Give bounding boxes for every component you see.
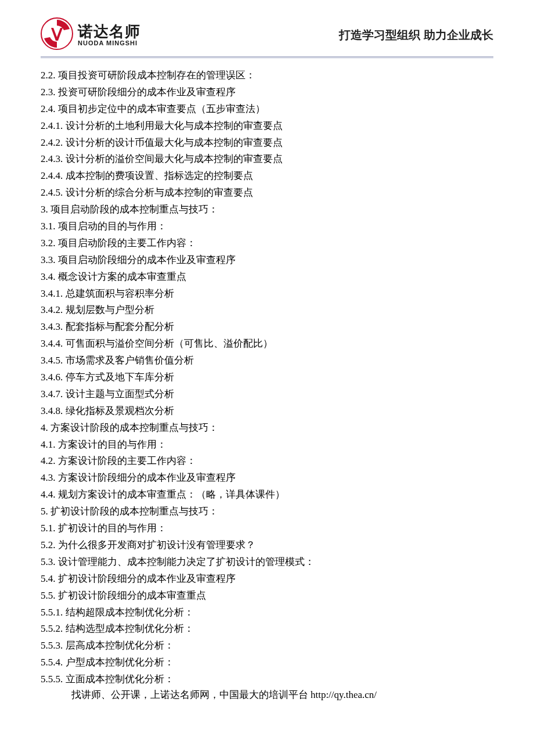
outline-line: 3. 项目启动阶段的成本控制重点与技巧：	[41, 201, 493, 218]
outline-line: 3.4.2. 规划层数与户型分析	[41, 302, 493, 319]
logo-icon	[41, 17, 73, 52]
logo-name-cn: 诺达名师	[78, 24, 140, 39]
outline-line: 5.5.4. 户型成本控制优化分析：	[41, 654, 493, 671]
outline-line: 5.3. 设计管理能力、成本控制能力决定了扩初设计的管理模式：	[41, 554, 493, 571]
outline-line: 2.4. 项目初步定位中的成本审查要点（五步审查法）	[41, 101, 493, 118]
outline-line: 5.4. 扩初设计阶段细分的成本作业及审查程序	[41, 571, 493, 588]
outline-line: 2.4.4. 成本控制的费项设置、指标选定的控制要点	[41, 168, 493, 185]
outline-line: 5. 扩初设计阶段的成本控制重点与技巧：	[41, 503, 493, 520]
outline-line: 2.4.1. 设计分析的土地利用最大化与成本控制的审查要点	[41, 118, 493, 135]
outline-line: 4.4. 规划方案设计的成本审查重点：（略，详具体课件）	[41, 487, 493, 503]
outline-line: 4.3. 方案设计阶段细分的成本作业及审查程序	[41, 470, 493, 487]
outline-line: 3.4.5. 市场需求及客户销售价值分析	[41, 352, 493, 369]
outline-line: 5.5.2. 结构选型成本控制优化分析：	[41, 621, 493, 638]
outline-line: 4.2. 方案设计阶段的主要工作内容：	[41, 453, 493, 470]
outline-line: 5.1. 扩初设计的目的与作用：	[41, 520, 493, 537]
outline-line: 3.4. 概念设计方案的成本审查重点	[41, 269, 493, 286]
header-slogan: 打造学习型组织 助力企业成长	[339, 27, 493, 43]
page-header: 诺达名师 NUODA MINGSHI 打造学习型组织 助力企业成长	[41, 17, 493, 52]
outline-line: 2.3. 投资可研阶段细分的成本作业及审查程序	[41, 84, 493, 101]
outline-line: 3.2. 项目启动阶段的主要工作内容：	[41, 235, 493, 252]
outline-line: 4. 方案设计阶段的成本控制重点与技巧：	[41, 420, 493, 437]
outline-line: 3.1. 项目启动的目的与作用：	[41, 218, 493, 235]
outline-line: 2.4.2. 设计分析的设计币值最大化与成本控制的审查要点	[41, 135, 493, 152]
document-page: 诺达名师 NUODA MINGSHI 打造学习型组织 助力企业成长 2.2. 项…	[0, 0, 534, 713]
outline-line: 3.4.4. 可售面积与溢价空间分析（可售比、溢价配比）	[41, 336, 493, 352]
outline-line: 3.4.8. 绿化指标及景观档次分析	[41, 403, 493, 420]
outline-line: 2.4.5. 设计分析的综合分析与成本控制的审查要点	[41, 185, 493, 201]
outline-line: 4.1. 方案设计的目的与作用：	[41, 437, 493, 453]
outline-line: 5.5.3. 层高成本控制优化分析：	[41, 638, 493, 654]
outline-line: 3.4.6. 停车方式及地下车库分析	[41, 369, 493, 386]
page-footer: 找讲师、公开课，上诺达名师网，中国最大的培训平台 http://qy.thea.…	[41, 688, 493, 701]
outline-line: 3.4.1. 总建筑面积与容积率分析	[41, 286, 493, 303]
outline-line: 3.3. 项目启动阶段细分的成本作业及审查程序	[41, 252, 493, 269]
logo-name-en: NUODA MINGSHI	[78, 40, 140, 46]
outline-line: 5.5.5. 立面成本控制优化分析：	[41, 671, 493, 688]
logo-block: 诺达名师 NUODA MINGSHI	[41, 17, 140, 52]
document-body: 2.2. 项目投资可研阶段成本控制存在的管理误区：2.3. 投资可研阶段细分的成…	[41, 67, 493, 688]
header-divider	[41, 56, 493, 58]
logo-text: 诺达名师 NUODA MINGSHI	[78, 24, 140, 46]
outline-line: 5.5.1. 结构超限成本控制优化分析：	[41, 604, 493, 621]
outline-line: 3.4.3. 配套指标与配套分配分析	[41, 319, 493, 336]
outline-line: 2.2. 项目投资可研阶段成本控制存在的管理误区：	[41, 67, 493, 84]
outline-line: 5.2. 为什么很多开发商对扩初设计没有管理要求？	[41, 537, 493, 554]
outline-line: 3.4.7. 设计主题与立面型式分析	[41, 386, 493, 403]
outline-line: 5.5. 扩初设计阶段细分的成本审查重点	[41, 588, 493, 604]
outline-line: 2.4.3. 设计分析的溢价空间最大化与成本控制的审查要点	[41, 151, 493, 168]
